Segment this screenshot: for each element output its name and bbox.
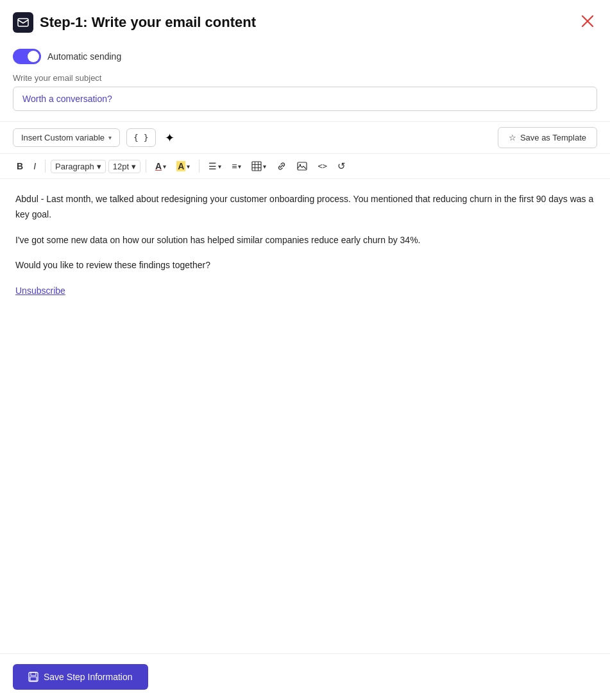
undo-button[interactable]: ↺	[334, 158, 350, 175]
content-paragraph-2: I've got some new data on how our soluti…	[15, 233, 595, 248]
chevron-down-icon: ▾	[238, 163, 241, 170]
email-icon	[13, 12, 33, 33]
toolbar-left: Insert Custom variable ▾ { } ✦	[13, 128, 177, 148]
italic-button[interactable]: I	[30, 158, 40, 174]
svg-rect-10	[30, 677, 37, 681]
save-template-button[interactable]: ☆ Save as Template	[498, 127, 597, 148]
svg-rect-6	[298, 162, 307, 170]
header-left: Step-1: Write your email content	[13, 12, 256, 33]
content-paragraph-1: Abdul - Last month, we talked about rede…	[15, 192, 595, 223]
chevron-down-icon: ▾	[108, 134, 112, 141]
automatic-sending-toggle[interactable]	[13, 49, 41, 64]
email-content-area[interactable]: Abdul - Last month, we talked about rede…	[0, 179, 610, 500]
save-icon	[28, 672, 38, 682]
chevron-down-icon: ▾	[263, 163, 266, 170]
divider-3	[199, 160, 199, 173]
divider-2	[146, 160, 146, 173]
undo-icon: ↺	[337, 160, 346, 172]
automatic-sending-row: Automatic sending	[0, 42, 610, 73]
subject-label: Write your email subject	[13, 73, 597, 83]
save-step-button[interactable]: Save Step Information	[13, 664, 148, 690]
magic-wand-icon: ✦	[165, 132, 174, 144]
formatting-toolbar: B I Paragraph ▾ 12pt ▾ A ▾ A ▾ ☰ ▾ ≡ ▾	[0, 153, 610, 179]
font-color-button[interactable]: A ▾	[151, 158, 170, 174]
chevron-down-icon: ▾	[163, 163, 166, 170]
page-title: Step-1: Write your email content	[40, 14, 256, 31]
star-icon: ☆	[509, 133, 516, 142]
code-icon: <>	[318, 162, 326, 171]
unsubscribe-link[interactable]: Unsubscribe	[15, 286, 65, 296]
svg-rect-0	[18, 19, 28, 26]
bold-button[interactable]: B	[13, 158, 27, 174]
toggle-label: Automatic sending	[47, 51, 121, 62]
paragraph-select-wrapper[interactable]: Paragraph ▾	[51, 160, 106, 173]
custom-variable-button[interactable]: Insert Custom variable ▾	[13, 128, 120, 147]
modal-header: Step-1: Write your email content	[0, 0, 610, 42]
image-icon	[297, 161, 307, 171]
highlight-button[interactable]: A ▾	[173, 158, 194, 174]
subject-section: Write your email subject // Set value af…	[0, 73, 610, 121]
code-button[interactable]: <>	[314, 159, 330, 173]
table-icon	[251, 161, 262, 171]
chevron-down-icon: ▾	[131, 162, 136, 171]
bullet-list-button[interactable]: ☰ ▾	[205, 158, 225, 174]
unsubscribe-link-wrapper: Unsubscribe	[15, 284, 595, 299]
curly-braces-button[interactable]: { }	[126, 128, 155, 147]
close-button[interactable]	[578, 12, 597, 33]
magic-wand-button[interactable]: ✦	[162, 128, 177, 148]
svg-rect-9	[31, 672, 36, 676]
link-button[interactable]	[273, 158, 291, 174]
chevron-down-icon: ▾	[187, 163, 190, 170]
chevron-down-icon: ▾	[218, 163, 221, 170]
svg-rect-1	[252, 162, 261, 171]
chevron-down-icon: ▾	[97, 162, 101, 171]
toolbar-row-1: Insert Custom variable ▾ { } ✦ ☆ Save as…	[0, 121, 610, 153]
ordered-list-button[interactable]: ≡ ▾	[228, 158, 245, 174]
table-button[interactable]: ▾	[248, 158, 270, 174]
divider-1	[45, 160, 46, 173]
content-paragraph-3: Would you like to review these findings …	[15, 258, 595, 273]
link-icon	[276, 161, 287, 171]
font-size-select-wrapper[interactable]: 12pt ▾	[108, 160, 140, 173]
subject-input[interactable]	[13, 87, 597, 111]
image-button[interactable]	[293, 158, 311, 174]
footer: Save Step Information	[0, 653, 610, 700]
